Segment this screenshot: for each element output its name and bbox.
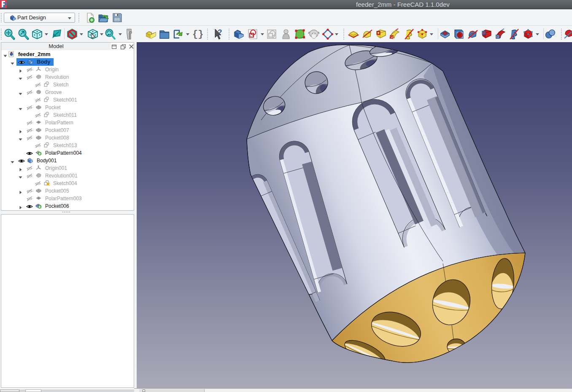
svg-text:?: ?: [218, 28, 222, 36]
